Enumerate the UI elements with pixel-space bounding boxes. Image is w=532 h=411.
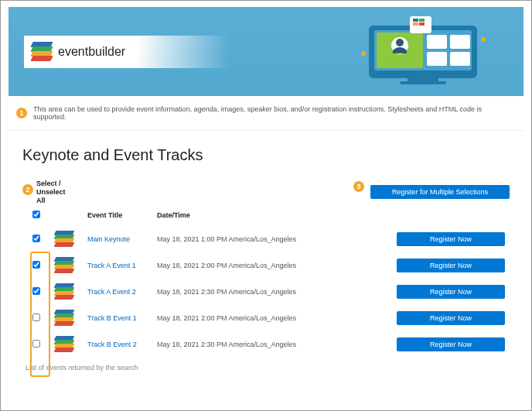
info-text: This area can be used to provide event i… — [33, 105, 516, 121]
svg-rect-11 — [400, 81, 446, 84]
page-title: Keynote and Event Tracks — [22, 146, 510, 164]
col-title: Event Title — [83, 207, 152, 226]
svg-rect-10 — [408, 78, 438, 81]
row-checkbox[interactable] — [32, 287, 40, 295]
layers-icon — [55, 231, 73, 246]
table-row: Track A Event 1May 18, 2021 2:00 PM Amer… — [22, 252, 510, 279]
select-all-label: Select / Unselect All — [36, 180, 72, 204]
callout-badge-1: 1 — [16, 108, 27, 118]
webinar-illustration — [350, 16, 496, 90]
svg-rect-14 — [419, 19, 425, 22]
info-bar: 1 This area can be used to provide event… — [9, 96, 523, 131]
select-all-checkbox[interactable] — [32, 211, 40, 218]
layers-icon — [55, 310, 73, 325]
layers-icon — [55, 257, 73, 272]
svg-rect-9 — [450, 52, 470, 66]
event-datetime: May 18, 2021 2:30 PM America/Los_Angeles — [152, 331, 392, 358]
event-datetime: May 18, 2021 1:00 PM America/Los_Angeles — [152, 226, 392, 252]
event-datetime: May 18, 2021 2:00 PM America/Los_Angeles — [152, 305, 392, 331]
svg-rect-7 — [450, 35, 470, 49]
layers-icon — [55, 336, 73, 351]
row-checkbox[interactable] — [32, 313, 40, 321]
layers-icon — [55, 283, 73, 299]
svg-rect-15 — [413, 22, 418, 26]
event-title-link[interactable]: Main Keynote — [87, 235, 130, 243]
register-now-button[interactable]: Register Now — [397, 285, 505, 299]
banner: eventbuilder — [9, 7, 523, 96]
svg-point-17 — [361, 51, 366, 56]
svg-point-18 — [481, 37, 486, 42]
col-datetime: Date/Time — [152, 207, 392, 226]
row-checkbox[interactable] — [32, 261, 40, 269]
event-datetime: May 18, 2021 2:00 PM America/Los_Angeles — [152, 252, 392, 279]
register-now-button[interactable]: Register Now — [397, 259, 505, 272]
brand-name: eventbuilder — [58, 45, 125, 59]
events-table: Event Title Date/Time Main KeynoteMay 18… — [22, 207, 510, 358]
event-title-link[interactable]: Track B Event 1 — [87, 314, 137, 322]
register-now-button[interactable]: Register Now — [397, 232, 505, 246]
svg-rect-16 — [419, 22, 425, 26]
table-row: Track B Event 2May 18, 2021 2:30 PM Amer… — [22, 331, 510, 358]
svg-point-4 — [396, 39, 404, 46]
callout-badge-2: 2 — [22, 184, 33, 195]
event-title-link[interactable]: Track A Event 2 — [87, 288, 136, 296]
table-row: Track B Event 1May 18, 2021 2:00 PM Amer… — [22, 305, 510, 331]
table-row: Main KeynoteMay 18, 2021 1:00 PM America… — [22, 226, 510, 252]
register-multiple-button[interactable]: Register for Multiple Selections — [370, 185, 510, 199]
svg-rect-13 — [413, 19, 418, 22]
event-datetime: May 18, 2021 2:30 PM America/Los_Angeles — [152, 279, 392, 305]
row-checkbox[interactable] — [32, 340, 40, 348]
register-now-button[interactable]: Register Now — [397, 337, 505, 351]
svg-rect-6 — [427, 35, 447, 49]
register-now-button[interactable]: Register Now — [397, 311, 505, 325]
callout-badge-3: 3 — [353, 181, 364, 192]
event-title-link[interactable]: Track A Event 1 — [87, 262, 136, 269]
event-title-link[interactable]: Track B Event 2 — [87, 341, 137, 348]
layers-icon — [32, 42, 52, 62]
row-checkbox[interactable] — [32, 235, 40, 242]
table-caption: List of events returned by the search — [22, 358, 510, 372]
svg-rect-8 — [427, 52, 447, 66]
brand-logo: eventbuilder — [24, 36, 136, 68]
table-row: Track A Event 2May 18, 2021 2:30 PM Amer… — [22, 279, 510, 305]
